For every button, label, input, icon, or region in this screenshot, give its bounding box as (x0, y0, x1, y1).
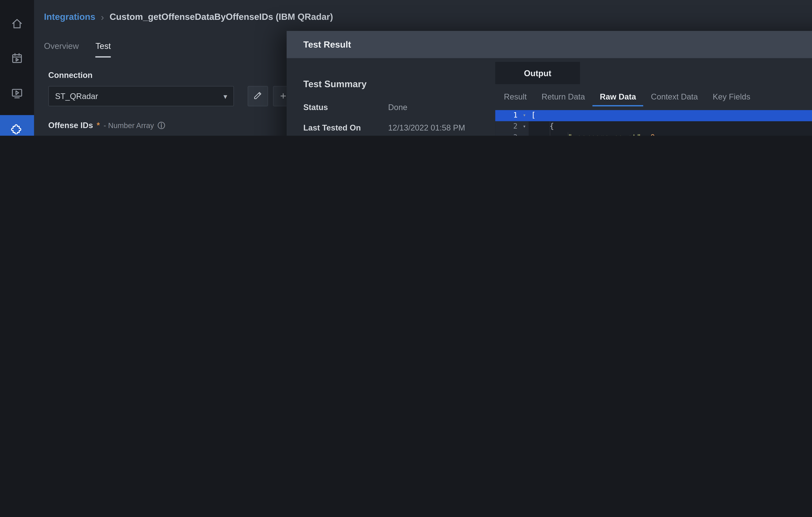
tab-output[interactable]: Output (495, 62, 580, 84)
indent-guide (568, 132, 569, 136)
tab-overview[interactable]: Overview (44, 41, 79, 57)
modal-title: Test Result (303, 40, 351, 50)
sidebar-item[interactable] (0, 41, 34, 75)
connection-select-value: ST_QRadar (55, 92, 98, 101)
integrations-icon (10, 121, 24, 134)
fold-icon[interactable]: ▾ (520, 110, 529, 121)
summary-label: Last Tested On (303, 123, 388, 132)
line-number: 2 (495, 121, 520, 132)
chevron-right-icon: › (101, 11, 104, 22)
result-subtabs: ResultReturn DataRaw DataContext DataKey… (496, 88, 758, 106)
code-line: 2▾ { (495, 121, 812, 132)
summary-value: Done (388, 102, 407, 112)
test-result-modal: Test Result Test Summary StatusDoneLast … (287, 31, 812, 136)
calendar-icon (10, 52, 24, 65)
offense-type-hint: - Number Array (104, 121, 154, 130)
modal-test-summary-title: Test Summary (303, 79, 483, 89)
video-icon (10, 86, 24, 99)
code-line: 1▾[ (495, 110, 812, 121)
line-number: 3 (495, 132, 520, 136)
summary-value: 12/13/2022 01:58 PM (388, 123, 465, 132)
required-asterisk: * (97, 121, 100, 130)
line-number: 1 (495, 110, 520, 121)
modal-body: Test Summary StatusDoneLast Tested On12/… (287, 58, 812, 136)
sidebar-item[interactable] (0, 6, 34, 41)
raw-data-editor[interactable]: 1▾[2▾ {3 "username_count": 0,4 "descript… (495, 110, 812, 136)
summary-row: Last Tested On12/13/2022 01:58 PM (303, 123, 483, 136)
tab-test[interactable]: Test (95, 41, 111, 57)
subtab-key-fields[interactable]: Key Fields (705, 88, 758, 106)
pencil-icon (253, 90, 263, 102)
indent-guide (549, 121, 550, 136)
app-root: Integrations › Custom_getOffenseDataByOf… (0, 0, 812, 136)
sidebar-item[interactable] (0, 75, 34, 110)
plus-icon: + (280, 91, 286, 101)
modal-summary-panel: Test Summary StatusDoneLast Tested On12/… (303, 58, 483, 136)
modal-output-panel: Output ResultReturn DataRaw DataContext … (495, 58, 812, 136)
code-line: 3 "username_count": 0, (495, 132, 812, 136)
summary-row: StatusDone (303, 102, 483, 123)
page-title: Custom_getOffenseDataByOffenseIDs (IBM Q… (110, 12, 333, 22)
fold-spacer (520, 132, 529, 136)
modal-header: Test Result (287, 31, 812, 58)
offense-ids-label: Offense IDs (48, 121, 93, 130)
chevron-down-icon: ▾ (224, 92, 227, 100)
breadcrumb: Integrations › Custom_getOffenseDataByOf… (34, 0, 812, 23)
home-icon (10, 17, 24, 30)
code-text: { (529, 121, 812, 132)
sidebar-item[interactable] (0, 110, 34, 136)
subtab-return-data[interactable]: Return Data (534, 88, 592, 106)
summary-label: Status (303, 102, 388, 112)
info-icon: ⓘ (158, 121, 165, 131)
subtab-result[interactable]: Result (496, 88, 534, 106)
subtab-raw-data[interactable]: Raw Data (592, 88, 644, 106)
connection-select[interactable]: ST_QRadar ▾ (48, 86, 234, 107)
modal-test-summary: StatusDoneLast Tested On12/13/2022 01:58… (303, 102, 483, 136)
code-text: "username_count": 0, (529, 132, 812, 136)
fold-icon[interactable]: ▾ (520, 121, 529, 132)
breadcrumb-integrations-link[interactable]: Integrations (44, 12, 95, 22)
subtab-context-data[interactable]: Context Data (643, 88, 705, 106)
edit-connection-button[interactable] (248, 86, 268, 107)
code-lines: 1▾[2▾ {3 "username_count": 0,4 "descript… (495, 110, 812, 136)
sidebar (0, 0, 34, 136)
code-text: [ (529, 110, 812, 121)
